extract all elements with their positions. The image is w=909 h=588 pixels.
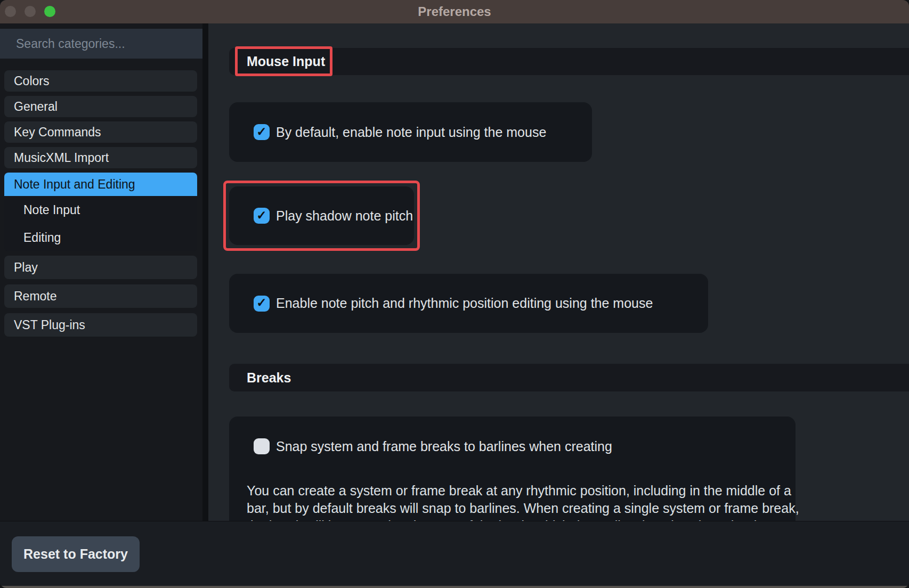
- window-bottom-edge: [0, 586, 909, 588]
- section-title: Breaks: [247, 370, 291, 386]
- sidebar-item-label: Colors: [14, 74, 49, 88]
- checkbox-pitch-position-editing[interactable]: ✓: [254, 296, 270, 312]
- check-icon: ✓: [256, 297, 266, 309]
- sidebar-item-colors[interactable]: Colors: [4, 70, 197, 92]
- search-input[interactable]: [0, 29, 202, 59]
- sidebar-item-general[interactable]: General: [4, 96, 197, 117]
- sidebar-item-note-input[interactable]: Note Input: [4, 196, 197, 224]
- sidebar-group-note-input-and-editing: Note Input and Editing Note Input Editin…: [4, 173, 197, 251]
- sidebar-item-note-input-and-editing-selected[interactable]: Note Input and Editing: [4, 173, 197, 196]
- sidebar-item-label: Remote: [14, 289, 57, 304]
- category-sidebar: Colors General Key Commands MusicXML Imp…: [0, 23, 202, 521]
- section-header-breaks: Breaks: [229, 364, 909, 391]
- sidebar-item-vst-plugins[interactable]: VST Plug-ins: [4, 313, 197, 337]
- setting-card-snap-breaks: Snap system and frame breaks to barlines…: [229, 416, 796, 521]
- titlebar: Preferences: [0, 0, 909, 23]
- sidebar-item-editing[interactable]: Editing: [4, 224, 197, 251]
- checkbox-label: Play shadow note pitch: [276, 208, 413, 224]
- breaks-description: You can create a system or frame break a…: [247, 482, 799, 521]
- check-icon: ✓: [256, 126, 266, 138]
- description-line: the break will be created at the start o…: [247, 517, 799, 521]
- preferences-window: Preferences Colors General Key Commands …: [0, 0, 909, 588]
- sidebar-item-label: General: [14, 100, 58, 114]
- checkbox-play-shadow-note-pitch[interactable]: ✓: [254, 208, 270, 224]
- checkbox-label: Snap system and frame breaks to barlines…: [276, 439, 612, 454]
- checkbox-default-note-input[interactable]: ✓: [254, 124, 270, 140]
- checkbox-snap-breaks-to-barlines[interactable]: [254, 438, 270, 454]
- sidebar-item-label: Note Input and Editing: [14, 177, 135, 192]
- sidebar-item-remote[interactable]: Remote: [4, 284, 197, 308]
- sidebar-item-label: Editing: [23, 231, 61, 245]
- section-header-mouse-input: Mouse Input: [229, 48, 909, 75]
- description-line: You can create a system or frame break a…: [247, 482, 799, 500]
- checkbox-row: ✓ Play shadow note pitch: [229, 186, 414, 245]
- sidebar-item-label: Play: [14, 260, 38, 275]
- checkbox-row: ✓ Enable note pitch and rhythmic positio…: [229, 274, 708, 333]
- section-title: Mouse Input: [247, 54, 325, 69]
- description-line: bar, but by default breaks will snap to …: [247, 500, 799, 517]
- sidebar-item-musicxml-import[interactable]: MusicXML Import: [4, 147, 197, 168]
- checkbox-row: ✓ By default, enable note input using th…: [229, 102, 592, 162]
- sidebar-item-label: Note Input: [23, 203, 80, 217]
- setting-card-pitch-position-editing: ✓ Enable note pitch and rhythmic positio…: [229, 274, 708, 333]
- check-icon: ✓: [256, 209, 266, 222]
- sidebar-content-divider: [202, 23, 208, 521]
- checkbox-row: Snap system and frame breaks to barlines…: [229, 430, 796, 462]
- search-field: [0, 29, 202, 59]
- sidebar-item-key-commands[interactable]: Key Commands: [4, 121, 197, 143]
- settings-content: Mouse Input ✓ By default, enable note in…: [208, 23, 909, 521]
- checkbox-label: Enable note pitch and rhythmic position …: [276, 296, 653, 311]
- sidebar-item-play[interactable]: Play: [4, 256, 197, 279]
- sidebar-item-label: VST Plug-ins: [14, 318, 85, 332]
- sidebar-item-label: MusicXML Import: [14, 151, 109, 165]
- window-title: Preferences: [0, 0, 909, 23]
- checkbox-label: By default, enable note input using the …: [276, 125, 546, 140]
- sidebar-item-label: Key Commands: [14, 125, 101, 140]
- reset-to-factory-button[interactable]: Reset to Factory: [12, 536, 140, 572]
- footer-bar: Reset to Factory: [0, 521, 909, 588]
- setting-card-default-mouse-input: ✓ By default, enable note input using th…: [229, 102, 592, 162]
- setting-card-play-shadow-note: ✓ Play shadow note pitch: [229, 186, 414, 245]
